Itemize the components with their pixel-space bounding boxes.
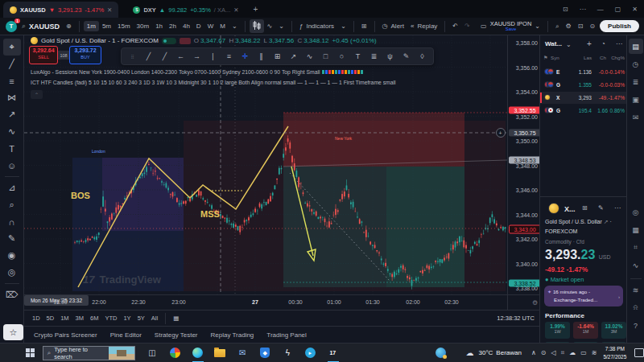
timeframe-1m[interactable]: 1m (84, 21, 99, 31)
indicators-button[interactable]: Indicators (306, 21, 337, 31)
photos-app-icon[interactable] (169, 347, 180, 360)
forecast-tool[interactable]: ↗ (3, 106, 21, 123)
window-minimize-icon[interactable]: — (597, 6, 604, 13)
fullscreen-icon[interactable]: ⊡ (575, 21, 587, 31)
zoom-in-tool[interactable]: ⌕ (3, 196, 21, 213)
panel-divider[interactable] (540, 196, 626, 197)
compare-symbol-icon[interactable]: ⊕ (63, 21, 75, 31)
tray-volume-icon[interactable]: ◁ (551, 349, 556, 356)
timeframe-more-icon[interactable]: ⌄ (229, 21, 241, 31)
tray-record-icon[interactable]: ⊙ (541, 349, 547, 356)
ideas-panel[interactable]: ◎ (629, 204, 643, 220)
watchlist-row-E[interactable]: E1.136-0.0-0.14% (540, 66, 626, 78)
watchlist-row-X[interactable]: X3,293-49.-1.47% (540, 92, 626, 104)
layers-panel[interactable]: ▣ (629, 92, 643, 107)
performance-tile-3M[interactable]: 13.02%3M (601, 322, 626, 339)
vertical-line[interactable]: | (205, 49, 221, 64)
tray-expand-icon[interactable]: ∧ (531, 349, 536, 356)
watchlist-row-G[interactable]: G1.355-0.0-0.03% (540, 79, 626, 91)
trendline-tool[interactable]: ╱ (3, 56, 21, 72)
edit-tool[interactable]: ✎ (3, 230, 21, 247)
range-3M[interactable]: 3M (72, 313, 87, 323)
timeframe-4h[interactable]: 4h (180, 21, 193, 31)
start-button[interactable] (26, 348, 35, 357)
lightning-app-icon[interactable]: ϟ (282, 347, 293, 360)
timeframe-2h[interactable]: 2h (166, 21, 180, 31)
timeframe-1h[interactable]: 1h (152, 21, 166, 31)
notifications-panel[interactable]: ⍾ (629, 300, 643, 315)
measure-tool[interactable]: ⊿ (3, 179, 21, 196)
range-5Y[interactable]: 5Y (134, 313, 148, 323)
fib-tool[interactable]: ≡ (3, 72, 21, 89)
symbol-search-button[interactable]: XAUUSD (29, 23, 60, 31)
object-tree-panel[interactable]: ∿ (629, 257, 643, 273)
browser-tab-dxy[interactable]: $ DXY ▲ 99.282 +0.35% / XA... ✕ (126, 2, 245, 18)
favorites-star-button[interactable]: ☆ (3, 324, 23, 340)
watchlist-title[interactable]: Wat... (545, 40, 562, 47)
tab-close-icon[interactable]: ✕ (233, 6, 238, 14)
arrow-tool[interactable]: ↗ (286, 49, 301, 64)
symbol-menu-icon[interactable]: ⋯ (614, 204, 621, 212)
indicator-legend-sessions[interactable]: LuxAlgo - Sessions New York 1900-0400 Lo… (31, 69, 364, 75)
tradingview-app-icon[interactable]: 17 (327, 347, 338, 360)
layout-name-block[interactable]: XAUUSD IPON Save (490, 21, 532, 32)
cross-line[interactable]: ✛ (237, 49, 253, 64)
external-link-icon[interactable]: ↗ (604, 219, 609, 224)
bottom-tab[interactable]: Replay Trading (211, 331, 254, 339)
range-YTD[interactable]: YTD (101, 313, 120, 323)
chart-type-more-icon[interactable]: ⌄ (275, 21, 287, 31)
eraser-tool[interactable]: ◊ (415, 49, 430, 64)
watchlist-panel[interactable]: ▤ (629, 39, 643, 54)
alerts-panel[interactable]: ◷ (629, 56, 643, 72)
emoji-tool[interactable]: ☺ (3, 157, 21, 174)
symbol-compose-icon[interactable]: ✎ (598, 204, 604, 212)
legend-title[interactable]: Gold Spot / U.S. Dollar - 1 - FOREXCOM (41, 37, 159, 44)
window-maximize-icon[interactable]: ▢ (615, 6, 621, 13)
range-1M[interactable]: 1M (57, 313, 72, 323)
watchlist-more-icon[interactable]: ⌄ (566, 41, 572, 48)
screener-panel[interactable]: ⌗ (629, 240, 643, 255)
parallel-channel[interactable]: ∥ (254, 49, 269, 64)
text-tool[interactable]: T (3, 140, 21, 157)
layout-save-button[interactable]: Save (506, 27, 517, 31)
timeframe-D[interactable]: D (193, 21, 204, 31)
parallel-lines[interactable]: ≣ (366, 49, 382, 64)
layout-more-icon[interactable]: ⌄ (531, 21, 543, 31)
alert-button[interactable]: Alert (391, 21, 407, 31)
timeframe-30m[interactable]: 30m (134, 21, 153, 31)
window-close-icon[interactable]: ✕ (632, 6, 638, 13)
task-view-icon[interactable]: ◫ (147, 347, 158, 360)
tray-network-icon[interactable]: ≋ (592, 349, 597, 356)
security-app-icon[interactable]: ◆ (259, 347, 270, 360)
crosshair-tool[interactable]: ⌖ (3, 39, 21, 56)
indicators-more-icon[interactable]: ⌄ (337, 21, 349, 31)
horizontal-ray[interactable]: → (189, 49, 204, 64)
time-axis[interactable]: 18:0022:0022:3023:002700:3001:0001:3002:… (24, 294, 507, 310)
chart-legend[interactable]: Gold Spot / U.S. Dollar - 1 - FOREXCOM O… (31, 37, 378, 44)
bottom-tab[interactable]: Pine Editor (110, 331, 142, 339)
edge-app-icon[interactable] (192, 347, 203, 360)
explorer-app-icon[interactable] (214, 347, 225, 360)
range-All[interactable]: All (148, 313, 161, 323)
tab-preview-icon[interactable]: ⊡ (563, 6, 568, 13)
tray-onedrive-icon[interactable]: ☁ (569, 349, 576, 356)
hide-tool[interactable]: ◎ (3, 264, 21, 281)
undo-icon[interactable]: ↶ (449, 21, 461, 31)
weather-temp[interactable]: 30°C (478, 349, 493, 356)
timeframe-5m[interactable]: 5m (99, 21, 114, 31)
pitchfork-tool[interactable]: ψ (382, 49, 398, 64)
chat-panel[interactable]: ✉ (629, 109, 643, 125)
watchlist-row-G[interactable]: G195.41.660.86% (540, 105, 626, 117)
grid-layout-icon[interactable]: ⊞ (358, 21, 370, 31)
trash-tool[interactable]: ⌦ (3, 286, 21, 303)
ray-line[interactable]: ╱ (157, 49, 172, 64)
goto-date-icon[interactable]: ▦ (170, 313, 182, 323)
browser-menu-icon[interactable]: ⋯ (580, 6, 586, 13)
timeframe-15m[interactable]: 15m (114, 21, 134, 31)
help-button[interactable]: ? (629, 318, 643, 333)
browser-tab-xauusd[interactable]: XAUUSD ▼ 3,291.23 -1.47% ✕ (3, 2, 118, 18)
calendar-panel[interactable]: ▦ (629, 222, 643, 237)
fib-retracement[interactable]: ≡ (221, 49, 237, 64)
text-tool[interactable]: T (350, 49, 365, 64)
taskbar-clock[interactable]: 7:38 PM 5/27/2025 (603, 345, 626, 361)
